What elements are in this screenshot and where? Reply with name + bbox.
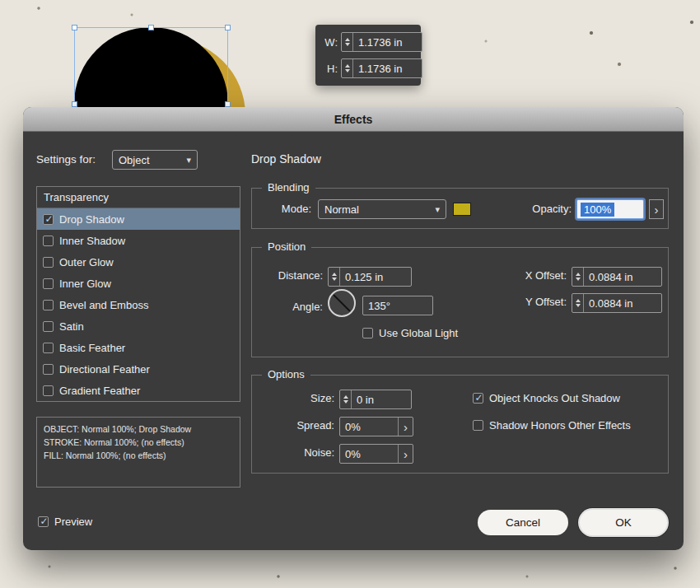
effect-item-gradient-feather[interactable]: Gradient Feather — [37, 380, 240, 401]
chevron-down-icon: ▾ — [180, 155, 191, 166]
x-offset-value[interactable]: 0.0884 in — [584, 271, 638, 283]
x-offset-input[interactable]: 0.0884 in — [572, 267, 662, 287]
size-stepper[interactable] — [340, 390, 352, 408]
shadow-honors-other-effects-checkbox[interactable] — [473, 420, 483, 431]
ok-button[interactable]: OK — [580, 510, 667, 535]
size-label: Size: — [252, 392, 334, 404]
effect-item-label: Outer Glow — [59, 256, 114, 268]
effect-item-outer-glow[interactable]: Outer Glow — [37, 251, 240, 273]
drop-shadow-checkbox[interactable] — [43, 214, 54, 225]
directional-feather-checkbox[interactable] — [43, 364, 54, 375]
x-offset-stepper[interactable] — [572, 268, 584, 286]
dialog-title: Effects — [334, 113, 373, 126]
preview-checkbox[interactable] — [38, 516, 49, 527]
settings-for-dropdown[interactable]: Object ▾ — [112, 150, 198, 170]
effect-item-directional-feather[interactable]: Directional Feather — [37, 358, 240, 380]
effect-list: Transparency Drop Shadow Inner Shadow Ou… — [36, 186, 240, 402]
shadow-honors-other-effects-label: Shadow Honors Other Effects — [489, 419, 631, 432]
height-label: H: — [321, 63, 338, 75]
mode-value: Normal — [324, 203, 359, 216]
settings-for-label: Settings for: — [36, 153, 96, 166]
width-stepper[interactable] — [342, 33, 353, 51]
use-global-light-row: Use Global Light — [362, 327, 458, 339]
desktop: W: 1.1736 in H: 1.1736 in Effects Settin… — [0, 0, 700, 588]
basic-feather-checkbox[interactable] — [43, 343, 54, 353]
selection-handle[interactable] — [225, 101, 231, 107]
effect-item-label: Directional Feather — [59, 363, 150, 376]
effect-item-basic-feather[interactable]: Basic Feather — [37, 337, 240, 358]
y-offset-input[interactable]: 0.0884 in — [572, 293, 662, 313]
y-offset-label: Y Offset: — [483, 296, 567, 308]
effect-item-inner-shadow[interactable]: Inner Shadow — [37, 230, 240, 251]
satin-checkbox[interactable] — [43, 321, 54, 332]
effect-item-label: Gradient Feather — [59, 385, 140, 397]
use-global-light-checkbox[interactable] — [362, 328, 373, 338]
mode-dropdown[interactable]: Normal ▾ — [318, 199, 446, 219]
effect-item-drop-shadow[interactable]: Drop Shadow — [37, 208, 240, 230]
distance-input[interactable]: 0.125 in — [328, 267, 412, 287]
selection-handle[interactable] — [148, 25, 154, 30]
effect-item-label: Bevel and Emboss — [59, 299, 148, 311]
opacity-input[interactable]: 100% — [576, 199, 644, 219]
effect-item-inner-glow[interactable]: Inner Glow — [37, 273, 240, 294]
shadow-honors-other-effects-row: Shadow Honors Other Effects — [473, 419, 631, 432]
noise-input[interactable]: 0% › — [339, 444, 413, 464]
y-offset-value[interactable]: 0.0884 in — [584, 297, 638, 310]
angle-value[interactable]: 135° — [363, 300, 395, 312]
size-input[interactable]: 0 in — [339, 390, 412, 409]
effect-item-satin[interactable]: Satin — [37, 315, 240, 337]
preview-row: Preview — [38, 516, 92, 528]
mode-label: Mode: — [260, 203, 311, 215]
inner-shadow-checkbox[interactable] — [43, 236, 54, 246]
angle-label: Angle: — [252, 301, 323, 313]
options-group: Options Size: 0 in Object Knocks Out Sha… — [251, 375, 669, 474]
spread-input[interactable]: 0% › — [339, 417, 413, 436]
noise-slider-arrow[interactable]: › — [398, 445, 413, 463]
selection-handle[interactable] — [72, 25, 77, 30]
distance-value[interactable]: 0.125 in — [340, 271, 388, 283]
effect-item-label: Satin — [59, 320, 84, 333]
width-label: W: — [321, 36, 338, 49]
effect-item-label: Inner Glow — [59, 278, 111, 290]
blending-group: Blending Mode: Normal ▾ Opacity: 100% › — [251, 188, 669, 229]
shadow-color-swatch[interactable] — [453, 203, 471, 216]
size-value[interactable]: 0 in — [352, 394, 379, 406]
use-global-light-label: Use Global Light — [379, 327, 458, 339]
height-input[interactable]: 1.1736 in — [341, 58, 422, 78]
width-input[interactable]: 1.1736 in — [341, 32, 422, 52]
noise-value[interactable]: 0% — [340, 448, 366, 460]
effect-item-label: Basic Feather — [59, 342, 125, 354]
angle-dial-needle — [333, 294, 350, 311]
opacity-label: Opacity: — [519, 203, 572, 215]
selection-handle[interactable] — [225, 25, 231, 30]
y-offset-stepper[interactable] — [572, 294, 584, 312]
height-value[interactable]: 1.1736 in — [353, 63, 408, 75]
inner-glow-checkbox[interactable] — [43, 278, 54, 289]
width-row: W: 1.1736 in — [321, 32, 422, 52]
object-knocks-out-shadow-row: Object Knocks Out Shadow — [473, 392, 620, 404]
opacity-slider-arrow[interactable]: › — [649, 199, 664, 219]
cancel-button[interactable]: Cancel — [478, 510, 568, 535]
bevel-and-emboss-checkbox[interactable] — [43, 300, 54, 310]
effect-item-label: Inner Shadow — [59, 235, 125, 247]
angle-dial[interactable] — [328, 289, 356, 317]
summary-line-fill: FILL: Normal 100%; (no effects) — [44, 450, 233, 463]
width-value[interactable]: 1.1736 in — [353, 36, 408, 49]
preview-label: Preview — [54, 516, 92, 528]
height-stepper[interactable] — [342, 59, 353, 77]
selection-handle[interactable] — [72, 101, 77, 107]
effects-summary: OBJECT: Normal 100%; Drop Shadow STROKE:… — [36, 417, 240, 488]
height-row: H: 1.1736 in — [321, 58, 422, 78]
angle-input[interactable]: 135° — [362, 296, 433, 315]
effect-item-bevel-and-emboss[interactable]: Bevel and Emboss — [37, 294, 240, 315]
object-knocks-out-shadow-checkbox[interactable] — [473, 393, 483, 404]
effects-dialog: Effects Settings for: Object ▾ Drop Shad… — [23, 107, 684, 550]
gradient-feather-checkbox[interactable] — [43, 385, 54, 396]
spread-slider-arrow[interactable]: › — [398, 418, 413, 436]
effect-list-header: Transparency — [37, 187, 240, 208]
dialog-titlebar[interactable]: Effects — [23, 107, 684, 132]
outer-glow-checkbox[interactable] — [43, 257, 54, 268]
distance-stepper[interactable] — [329, 268, 340, 286]
spread-value[interactable]: 0% — [340, 421, 366, 433]
opacity-value-selected: 100% — [581, 203, 614, 217]
